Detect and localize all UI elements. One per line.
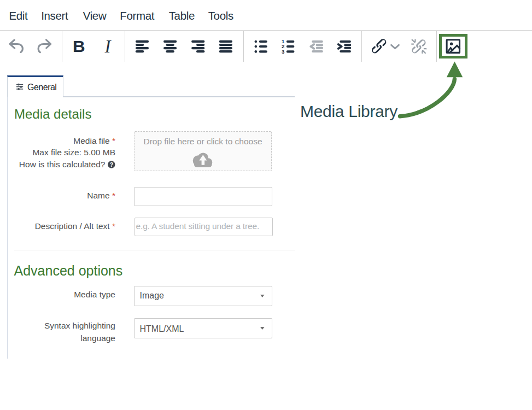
svg-text:3: 3	[282, 49, 284, 55]
svg-text:?: ?	[110, 161, 113, 168]
